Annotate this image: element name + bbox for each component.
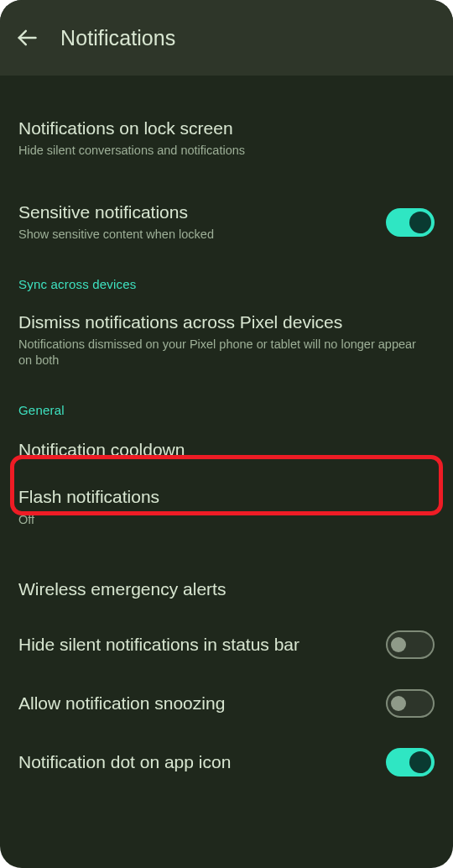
switch-dot[interactable] <box>386 748 435 776</box>
item-subtitle: Show sensitive content when locked <box>18 227 376 243</box>
switch-sensitive[interactable] <box>386 208 435 237</box>
item-subtitle: Notifications dismissed on your Pixel ph… <box>18 337 424 369</box>
item-flash-notifications[interactable]: Flash notifications Off <box>18 479 435 543</box>
item-allow-snoozing[interactable]: Allow notification snoozing <box>18 677 435 733</box>
switch-snooze[interactable] <box>386 689 435 718</box>
section-general: General <box>18 384 435 426</box>
item-hide-silent-statusbar[interactable]: Hide silent notifications in status bar <box>18 619 435 674</box>
page-title: Notifications <box>60 26 175 50</box>
content-scroll[interactable]: Notifications on lock screen Hide silent… <box>0 76 453 792</box>
switch-hide-silent[interactable] <box>386 630 435 659</box>
item-subtitle: Hide silent conversations and notificati… <box>18 143 424 159</box>
app-bar: Notifications <box>0 0 453 76</box>
section-sync: Sync across devices <box>18 259 435 300</box>
item-wireless-emergency-alerts[interactable]: Wireless emergency alerts <box>18 567 435 615</box>
item-dismiss-across-devices[interactable]: Dismiss notifications across Pixel devic… <box>18 300 435 384</box>
item-title: Allow notification snoozing <box>18 693 376 714</box>
item-title: Wireless emergency alerts <box>18 578 424 600</box>
item-subtitle: Off <box>18 512 424 529</box>
settings-screen: Notifications Notifications on lock scre… <box>0 0 453 868</box>
item-title: Notification dot on app icon <box>18 751 376 773</box>
item-notification-dot[interactable]: Notification dot on app icon <box>18 736 435 792</box>
back-arrow-icon[interactable] <box>15 26 39 50</box>
item-title: Sensitive notifications <box>18 201 376 223</box>
item-sensitive-notifications[interactable]: Sensitive notifications Show sensitive c… <box>18 190 435 259</box>
item-title: Flash notifications <box>18 486 424 508</box>
item-title: Notifications on lock screen <box>18 118 424 139</box>
item-title: Notification cooldown <box>18 439 424 461</box>
item-title: Dismiss notifications across Pixel devic… <box>18 311 424 333</box>
item-title: Hide silent notifications in status bar <box>18 634 376 656</box>
item-lockscreen-notifications[interactable]: Notifications on lock screen Hide silent… <box>18 106 435 175</box>
item-notification-cooldown[interactable]: Notification cooldown <box>18 426 435 479</box>
